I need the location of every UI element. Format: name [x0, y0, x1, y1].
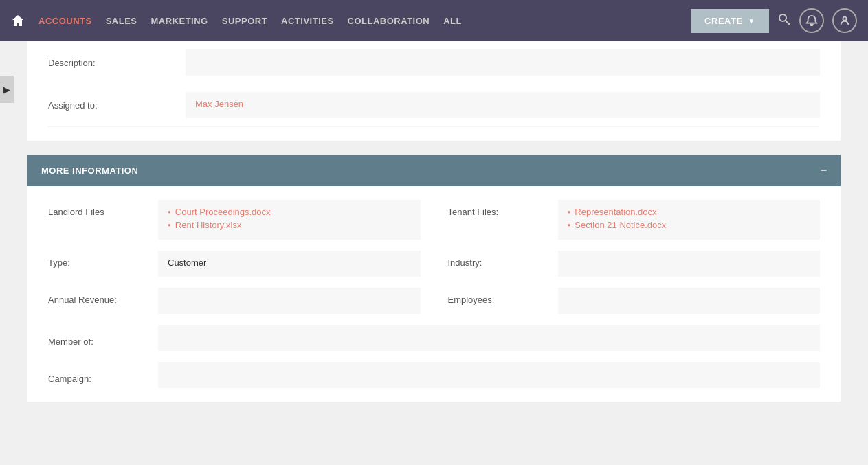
landlord-file-2[interactable]: Rent History.xlsx [168, 220, 411, 230]
home-button[interactable] [11, 14, 25, 27]
tenant-files-value: Representation.docx Section 21 Notice.do… [558, 200, 821, 240]
nav-marketing[interactable]: MARKETING [151, 16, 208, 26]
nav-items: ACCOUNTS SALES MARKETING SUPPORT ACTIVIT… [38, 16, 691, 26]
revenue-employees-grid: Annual Revenue: Employees: [48, 288, 820, 314]
nav-collaboration[interactable]: COLLABORATION [348, 16, 430, 26]
tenant-file-2[interactable]: Section 21 Notice.docx [568, 220, 811, 230]
type-text: Customer [168, 258, 206, 268]
assigned-to-label: Assigned to: [48, 100, 186, 111]
nav-activities[interactable]: ACTIVITIES [281, 16, 334, 26]
campaign-value[interactable] [158, 362, 820, 388]
industry-label: Industry: [448, 251, 558, 268]
navbar: ACCOUNTS SALES MARKETING SUPPORT ACTIVIT… [0, 0, 868, 41]
tenant-files-row: Tenant Files: Representation.docx Sectio… [448, 200, 821, 240]
landlord-files-label: Landlord Files [48, 200, 158, 217]
landlord-file-1[interactable]: Court Proceedings.docx [168, 207, 411, 217]
employees-label: Employees: [448, 288, 558, 305]
collapse-button[interactable]: − [821, 164, 827, 177]
sidebar-toggle[interactable]: ▶ [0, 76, 14, 103]
annual-revenue-value[interactable] [158, 288, 421, 314]
tenant-file-1[interactable]: Representation.docx [568, 207, 811, 217]
profile-icon[interactable] [832, 8, 857, 33]
member-of-row: Member of: [48, 325, 820, 351]
member-of-value[interactable] [158, 325, 820, 351]
more-info-body: Landlord Files Court Proceedings.docx Re… [27, 186, 841, 402]
campaign-row: Campaign: [48, 362, 820, 388]
employees-value[interactable] [558, 288, 821, 314]
more-info-title: MORE INFORMATION [41, 166, 138, 176]
more-info-header: MORE INFORMATION − [27, 155, 841, 186]
annual-revenue-row: Annual Revenue: [48, 288, 421, 314]
page-content: Description: Assigned to: Max Jensen MOR… [0, 41, 868, 429]
create-label: CREATE [704, 16, 742, 26]
nav-accounts[interactable]: ACCOUNTS [38, 16, 92, 26]
create-caret: ▼ [748, 17, 755, 25]
tenant-files-label: Tenant Files: [448, 200, 558, 217]
notifications-icon[interactable] [799, 8, 824, 33]
type-label: Type: [48, 251, 158, 268]
nav-all[interactable]: ALL [443, 16, 462, 26]
more-info-section: MORE INFORMATION − Landlord Files Court … [27, 155, 841, 402]
sidebar-toggle-icon: ▶ [3, 84, 10, 95]
description-row: Description: [48, 41, 820, 84]
campaign-label: Campaign: [48, 367, 158, 384]
industry-value[interactable] [558, 251, 821, 277]
assigned-to-value[interactable]: Max Jensen [186, 92, 820, 118]
assigned-to-row: Assigned to: Max Jensen [48, 84, 820, 127]
type-value[interactable]: Customer [158, 251, 421, 277]
assigned-section: Description: Assigned to: Max Jensen [27, 41, 841, 141]
nav-support[interactable]: SUPPORT [222, 16, 267, 26]
landlord-files-value: Court Proceedings.docx Rent History.xlsx [158, 200, 421, 240]
nav-right: CREATE ▼ [691, 8, 857, 33]
landlord-files-row: Landlord Files Court Proceedings.docx Re… [48, 200, 421, 240]
annual-revenue-label: Annual Revenue: [48, 288, 158, 305]
search-icon[interactable] [777, 12, 791, 30]
employees-row: Employees: [448, 288, 821, 314]
svg-point-2 [843, 17, 846, 21]
description-label: Description: [48, 58, 186, 68]
type-industry-grid: Type: Customer Industry: [48, 251, 820, 277]
type-row: Type: Customer [48, 251, 421, 277]
svg-point-0 [779, 14, 786, 21]
create-button[interactable]: CREATE ▼ [691, 9, 769, 33]
files-grid: Landlord Files Court Proceedings.docx Re… [48, 200, 820, 240]
description-value[interactable] [186, 49, 820, 76]
svg-line-1 [786, 21, 790, 25]
nav-sales[interactable]: SALES [106, 16, 137, 26]
industry-row: Industry: [448, 251, 821, 277]
member-of-label: Member of: [48, 330, 158, 347]
